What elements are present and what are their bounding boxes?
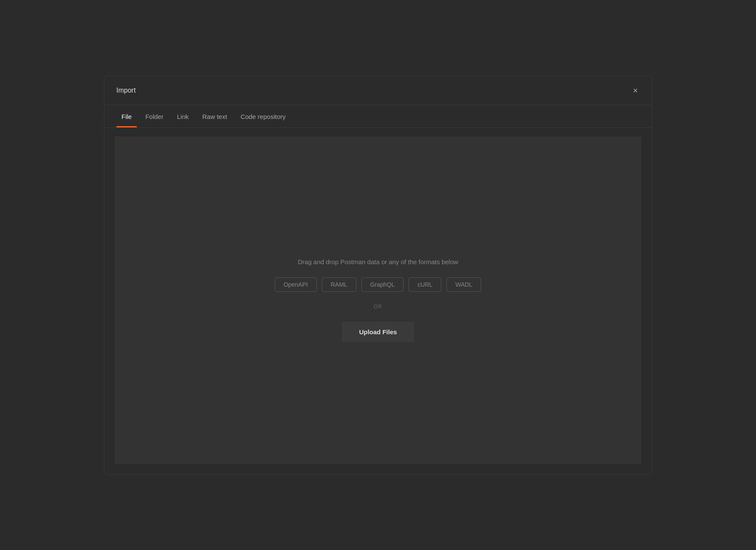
modal-title: Import [116, 87, 135, 94]
format-badge-graphql: GraphQL [361, 277, 404, 292]
tabs-container: FileFolderLinkRaw textCode repository [104, 105, 652, 128]
tab-link[interactable]: Link [172, 105, 194, 127]
format-badge-curl: cURL [409, 277, 441, 292]
upload-files-button[interactable]: Upload Files [342, 322, 414, 342]
tab-raw-text[interactable]: Raw text [197, 105, 232, 127]
format-badge-wadl: WADL [446, 277, 481, 292]
or-divider: OR [374, 304, 382, 310]
tab-file[interactable]: File [116, 105, 137, 127]
format-badges: OpenAPIRAMLGraphQLcURLWADL [275, 277, 481, 292]
format-badge-raml: RAML [322, 277, 356, 292]
drop-zone: Drag and drop Postman data or any of the… [115, 136, 641, 464]
modal-body: Drag and drop Postman data or any of the… [104, 128, 652, 474]
close-button[interactable]: × [631, 85, 640, 96]
tab-code-repository[interactable]: Code repository [236, 105, 291, 127]
modal-header: Import × [104, 76, 652, 105]
drop-hint: Drag and drop Postman data or any of the… [298, 258, 458, 265]
import-modal: Import × FileFolderLinkRaw textCode repo… [104, 76, 652, 475]
format-badge-openapi: OpenAPI [275, 277, 317, 292]
tab-folder[interactable]: Folder [140, 105, 169, 127]
